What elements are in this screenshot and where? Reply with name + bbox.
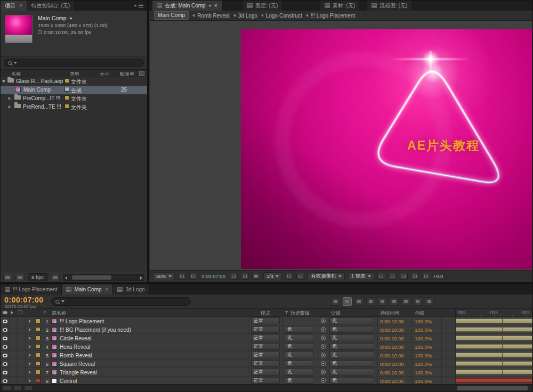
column-stretch[interactable]: 伸缩 xyxy=(415,310,424,317)
region-of-interest-icon[interactable] xyxy=(285,273,293,280)
visibility-eye-icon[interactable] xyxy=(3,371,7,374)
column-mode[interactable]: 模式 xyxy=(251,310,280,317)
comp-title[interactable]: Main Comp xyxy=(38,15,107,22)
grid-guides-icon[interactable] xyxy=(178,273,186,280)
label-color[interactable] xyxy=(36,353,41,357)
expand-in-out-column-icon[interactable] xyxy=(24,386,33,390)
parent-dropdown[interactable]: 无 xyxy=(329,326,374,333)
stretch-value[interactable]: 100.0% xyxy=(415,336,432,341)
auto-keyframe-icon[interactable] xyxy=(413,297,422,306)
mode-dropdown[interactable]: 正常 xyxy=(251,360,280,367)
stretch-value[interactable]: 100.0% xyxy=(415,327,432,333)
duration-value[interactable]: 0:00:10:00 xyxy=(380,336,404,341)
label-color[interactable] xyxy=(36,361,41,366)
pickwhip-icon[interactable] xyxy=(321,361,326,366)
bit-depth-button[interactable]: 8 bpc xyxy=(28,273,47,281)
stretch-value[interactable]: 100.0% xyxy=(415,318,432,324)
mode-dropdown[interactable]: 正常 xyxy=(251,369,280,375)
duration-value[interactable]: 0:00:10:00 xyxy=(380,353,404,358)
duration-value[interactable]: 0:00:10:00 xyxy=(380,378,404,384)
pixel-aspect-correction-icon[interactable] xyxy=(377,273,385,280)
tab-layer[interactable]: 图层: (无) xyxy=(243,1,282,11)
transparency-grid-icon[interactable] xyxy=(296,273,304,280)
mode-dropdown[interactable]: 正常 xyxy=(251,326,280,333)
pickwhip-icon[interactable] xyxy=(321,344,326,349)
parent-dropdown[interactable]: 无 xyxy=(329,369,374,375)
graph-editor-icon[interactable] xyxy=(425,297,434,306)
expand-transfer-controls-icon[interactable] xyxy=(3,386,11,390)
channels-icon[interactable] xyxy=(252,273,260,280)
breadcrumb[interactable]: Romb Reveal xyxy=(192,13,230,19)
label-color[interactable] xyxy=(64,95,69,100)
visibility-eye-icon[interactable] xyxy=(3,354,7,357)
label-color[interactable] xyxy=(64,104,69,109)
duration-value[interactable]: 0:00:10:00 xyxy=(380,361,404,367)
label-color[interactable] xyxy=(36,370,41,374)
interpret-footage-icon[interactable] xyxy=(3,274,12,281)
table-row[interactable]: 4 Hexa Reveal 正常 无 无 0:00:10:00 100.0% xyxy=(1,342,532,351)
fast-preview-icon[interactable] xyxy=(389,273,397,280)
pickwhip-icon[interactable] xyxy=(321,327,326,332)
parent-dropdown[interactable]: 无 xyxy=(329,317,374,324)
visibility-eye-icon[interactable] xyxy=(3,379,7,383)
mode-dropdown[interactable]: 正常 xyxy=(251,343,280,350)
table-row[interactable]: 5 Romb Reveal 正常 无 无 0:00:10:00 100.0% xyxy=(1,351,532,360)
label-color[interactable] xyxy=(36,327,41,332)
table-row[interactable]: 2 !!! BG Placement (if you need) 正常 无 无 … xyxy=(1,325,532,334)
stretch-value[interactable]: 100.0% xyxy=(415,344,432,350)
visibility-eye-icon[interactable] xyxy=(3,337,7,340)
duration-value[interactable]: 0:00:10:00 xyxy=(380,344,404,350)
expand-arrow-icon[interactable] xyxy=(2,80,5,83)
visibility-eye-icon[interactable] xyxy=(3,345,7,349)
layer-duration-bar[interactable] xyxy=(456,378,532,383)
scroll-left-icon[interactable] xyxy=(65,276,67,280)
table-row[interactable]: 7 Triangle Reveal 正常 无 无 0:00:10:00 100.… xyxy=(1,368,532,377)
frame-blending-icon[interactable] xyxy=(378,297,387,306)
exposure-reset-icon[interactable] xyxy=(422,273,430,280)
table-row[interactable]: 3 Circle Reveal 正常 无 无 0:00:10:00 100.0% xyxy=(1,334,532,342)
camera-view-dropdown[interactable]: 有效摄像机 xyxy=(308,272,345,280)
stretch-value[interactable]: 100.0% xyxy=(415,378,432,384)
layer-duration-bar[interactable] xyxy=(456,361,532,366)
breadcrumb[interactable]: Logo Construct xyxy=(261,13,302,19)
resolution-dropdown[interactable]: 1/4 xyxy=(263,272,282,280)
comp-flowchart-icon[interactable] xyxy=(331,297,340,306)
tab-composition[interactable]: 合成: Main Comp × xyxy=(152,1,222,11)
duration-value[interactable]: 0:00:10:00 xyxy=(380,318,404,324)
layer-expand-arrow[interactable] xyxy=(29,354,31,357)
expand-arrow-icon[interactable] xyxy=(9,105,11,109)
label-color[interactable] xyxy=(64,87,69,92)
timeline-search-input[interactable] xyxy=(51,297,191,306)
trkmat-dropdown[interactable]: 无 xyxy=(285,326,313,333)
layer-name[interactable]: Hexa Reveal xyxy=(60,344,90,350)
layer-track[interactable] xyxy=(455,351,532,359)
visibility-eye-icon[interactable] xyxy=(3,362,7,366)
trash-icon[interactable] xyxy=(51,274,60,281)
trkmat-dropdown[interactable]: 无 xyxy=(285,334,313,341)
layer-duration-bar[interactable] xyxy=(456,318,532,323)
visibility-eye-icon[interactable] xyxy=(3,320,7,323)
column-duration[interactable]: 持续时间 xyxy=(380,310,399,317)
label-color[interactable] xyxy=(36,344,41,349)
table-row[interactable]: 1 !!! Logo Placement 正常 无 0:00:10:00 100… xyxy=(1,317,532,325)
layer-track[interactable] xyxy=(455,377,532,385)
layer-name[interactable]: Square Reveal xyxy=(60,361,95,367)
new-folder-icon[interactable] xyxy=(15,274,25,281)
scrollbar-thumb[interactable] xyxy=(72,275,111,280)
mode-dropdown[interactable]: 正常 xyxy=(251,334,280,341)
breadcrumb-current[interactable]: Main Comp xyxy=(154,11,189,20)
layer-expand-arrow[interactable] xyxy=(29,362,31,365)
horizontal-scrollbar[interactable] xyxy=(63,274,144,281)
trkmat-dropdown[interactable]: 无 xyxy=(285,377,313,384)
project-row-prerenders[interactable]: PreRend...TE !!! 文件夹 xyxy=(1,103,147,111)
time-ruler[interactable]: 00s 01s 02s xyxy=(455,309,532,316)
mode-dropdown[interactable]: 正常 xyxy=(251,352,280,358)
layer-name[interactable]: Control xyxy=(60,378,77,384)
exposure-value[interactable]: +0.0 xyxy=(433,273,443,279)
mode-dropdown[interactable]: 正常 xyxy=(251,377,280,384)
timeline-tab-3d-logo[interactable]: 3d Logo xyxy=(113,284,149,295)
layer-expand-arrow[interactable] xyxy=(29,320,31,323)
show-snapshot-icon[interactable] xyxy=(241,273,249,280)
stretch-value[interactable]: 100.0% xyxy=(415,353,432,358)
snapshot-camera-icon[interactable] xyxy=(230,273,238,280)
